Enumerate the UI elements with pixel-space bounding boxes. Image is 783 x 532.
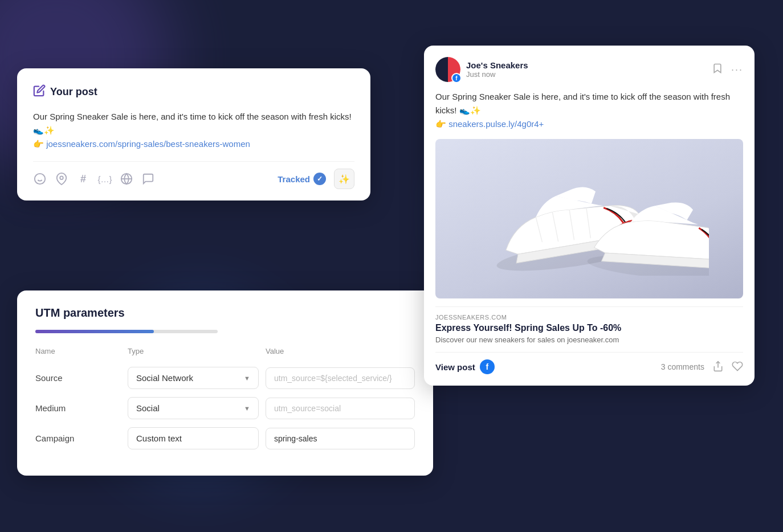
utm-medium-label: Medium [35, 403, 121, 413]
utm-col-value: Value [266, 347, 415, 355]
ai-magic-button[interactable]: ✨ [334, 169, 354, 189]
utm-col-name: Name [35, 347, 121, 355]
post-card-title: Your post [33, 84, 354, 100]
social-preview-card: f Joe's Sneakers Just now ··· Our Spring… [424, 46, 755, 386]
link-preview-domain: JOESSNEAKERS.COM [435, 314, 743, 321]
social-post-body: Our Spring Sneaker Sale is here, and it'… [435, 90, 743, 131]
utm-medium-type-value: Social [136, 403, 160, 413]
variable-icon[interactable]: {…} [98, 172, 112, 186]
utm-source-label: Source [35, 373, 121, 383]
social-action-buttons: 3 comments [661, 361, 743, 374]
sparkle-icon: ✨ [339, 174, 350, 185]
utm-medium-type-select[interactable]: Social ▼ [128, 397, 259, 419]
social-post-footer: View post f 3 comments [435, 352, 743, 374]
mention-icon[interactable] [141, 172, 155, 186]
social-header-actions: ··· [712, 63, 743, 76]
utm-row-campaign: Campaign Custom text spring-sales [35, 427, 415, 449]
location-icon[interactable] [55, 172, 68, 186]
utm-campaign-label: Campaign [35, 433, 121, 443]
view-post-button[interactable]: View post f [435, 359, 495, 374]
hashtag-icon[interactable]: # [76, 172, 90, 186]
share-icon[interactable] [712, 361, 724, 374]
tracked-label: Tracked [278, 174, 310, 184]
facebook-round-icon: f [480, 359, 495, 374]
post-title-text: Your post [50, 86, 97, 98]
view-post-label: View post [435, 362, 475, 372]
tracked-badge: Tracked ✓ [278, 173, 326, 185]
social-post-link[interactable]: 👉 sneakers.pulse.ly/4g0r4+ [435, 119, 544, 129]
comments-button[interactable]: 3 comments [661, 362, 704, 371]
svg-point-3 [60, 176, 63, 179]
utm-row-medium: Medium Social ▼ utm_source=social [35, 397, 415, 419]
post-toolbar: # {…} Tracked ✓ ✨ [33, 161, 354, 189]
your-post-card: Your post Our Spring Sneaker Sale is her… [17, 68, 370, 200]
bookmark-icon[interactable] [712, 63, 723, 76]
social-profile: f Joe's Sneakers Just now [435, 57, 528, 82]
utm-campaign-type-select[interactable]: Custom text [128, 427, 259, 449]
utm-card-title: UTM parameters [35, 306, 415, 320]
utm-progress-bar [35, 330, 218, 333]
social-post-header: f Joe's Sneakers Just now ··· [435, 57, 743, 82]
link-preview-description: Discover our new sneakers for sales on j… [435, 335, 743, 344]
link-preview: JOESSNEAKERS.COM Express Yourself! Sprin… [435, 306, 743, 344]
utm-col-type: Type [128, 347, 259, 355]
utm-parameters-card: UTM parameters Name Type Value Source So… [17, 290, 433, 476]
comments-count: 3 comments [661, 362, 704, 371]
profile-name: Joe's Sneakers [466, 60, 528, 70]
utm-row-source: Source Social Network ▼ utm_source=${sel… [35, 367, 415, 389]
like-icon[interactable] [732, 361, 743, 374]
utm-campaign-value-input[interactable]: spring-sales [266, 428, 415, 449]
utm-progress-fill [35, 330, 154, 333]
emoji-icon[interactable] [33, 172, 47, 186]
chevron-down-icon: ▼ [244, 375, 250, 382]
chevron-down-icon-medium: ▼ [244, 405, 250, 412]
globe-icon[interactable] [120, 172, 133, 186]
utm-medium-value-input[interactable]: utm_source=social [266, 398, 415, 419]
link-preview-title: Express Yourself! Spring Sales Up To -60… [435, 323, 743, 333]
post-time: Just now [466, 70, 528, 79]
utm-source-value-input[interactable]: utm_source=${selected_service/} [266, 367, 415, 389]
post-link[interactable]: 👉 joessneakers.com/spring-sales/best-sne… [33, 139, 250, 149]
utm-table-header: Name Type Value [35, 347, 415, 360]
svg-point-0 [35, 174, 45, 184]
pencil-icon [33, 84, 46, 100]
tracked-check-icon: ✓ [313, 173, 326, 185]
utm-campaign-type-value: Custom text [136, 433, 182, 443]
more-options-icon[interactable]: ··· [731, 64, 743, 76]
facebook-badge-icon: f [451, 73, 462, 83]
avatar: f [435, 57, 460, 82]
utm-source-type-select[interactable]: Social Network ▼ [128, 367, 259, 389]
post-body-text: Our Spring Sneaker Sale is here, and it'… [33, 110, 354, 151]
utm-source-type-value: Social Network [136, 373, 193, 383]
sneaker-product-image [435, 139, 743, 298]
